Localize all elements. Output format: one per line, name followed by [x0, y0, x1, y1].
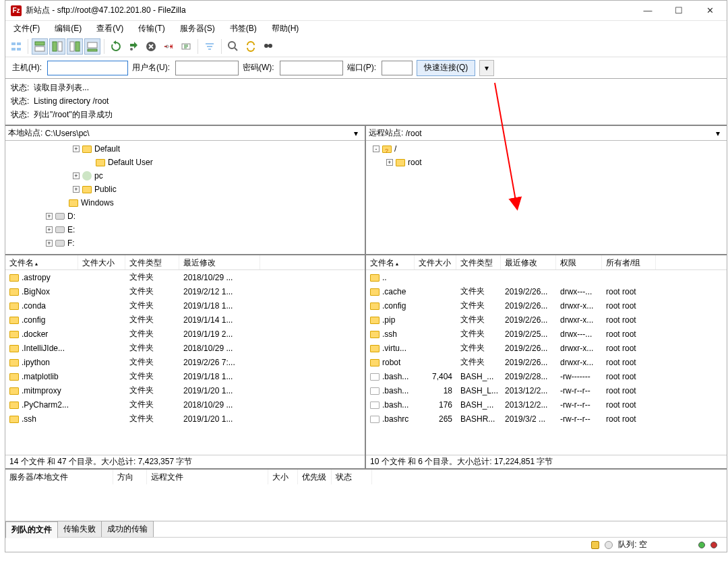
file-row[interactable]: .cache文件夹2019/2/26...drwx---...root root: [366, 284, 727, 298]
tree-item[interactable]: +D:: [8, 210, 362, 223]
col-type[interactable]: 文件类型: [125, 255, 179, 269]
tree-item[interactable]: +Public: [8, 183, 362, 196]
tree-item[interactable]: Default User: [8, 156, 362, 169]
col-modified[interactable]: 最近修改: [501, 255, 556, 269]
col-size[interactable]: 文件大小: [415, 255, 456, 269]
file-row[interactable]: .bashrc265BASHR...2019/3/2 ...-rw-r--r--…: [366, 412, 727, 426]
local-path-input[interactable]: [45, 127, 350, 140]
tree-item[interactable]: +F:: [8, 236, 362, 250]
minimize-button[interactable]: —: [632, 1, 663, 20]
tree-item[interactable]: +pc: [8, 169, 362, 183]
file-row[interactable]: .bash...7,404BASH_...2019/2/28...-rw----…: [366, 369, 727, 383]
toggle-log-icon[interactable]: [32, 38, 48, 55]
sync-browse-icon[interactable]: [243, 38, 259, 55]
svg-rect-16: [206, 43, 214, 44]
col-name[interactable]: 文件名▴: [5, 255, 78, 269]
close-button[interactable]: ✕: [694, 1, 725, 20]
main-panes: 本地站点: ▾ +DefaultDefault User+pc+PublicWi…: [5, 126, 727, 468]
quick-connect-button[interactable]: 快速连接(Q): [417, 60, 475, 76]
port-label: 端口(P):: [347, 62, 376, 73]
file-row[interactable]: .pip文件夹2019/2/26...drwxr-x...root root: [366, 313, 727, 327]
host-input[interactable]: [47, 61, 128, 75]
remote-status: 10 个文件 和 6 个目录。大小总计: 17,224,851 字节: [366, 455, 727, 468]
chevron-down-icon[interactable]: ▾: [350, 129, 362, 138]
lock-icon[interactable]: [591, 541, 599, 549]
tab-success[interactable]: 成功的传输: [101, 521, 154, 538]
col-name[interactable]: 文件名▴: [366, 255, 415, 269]
menu-server[interactable]: 服务器(S): [176, 22, 219, 35]
globe-icon[interactable]: [605, 541, 613, 549]
file-row[interactable]: .config文件夹2019/1/14 1...: [5, 313, 365, 327]
menu-view[interactable]: 查看(V): [92, 22, 127, 35]
local-tree[interactable]: +DefaultDefault User+pc+PublicWindows+D:…: [5, 141, 365, 255]
toggle-local-tree-icon[interactable]: [49, 38, 65, 55]
local-file-list[interactable]: .astropy文件夹2018/10/29 ....BigNox文件夹2019/…: [5, 270, 365, 455]
file-row[interactable]: .PyCharm2...文件夹2018/10/29 ...: [5, 397, 365, 412]
activity-led-green: [698, 542, 705, 548]
menu-edit[interactable]: 编辑(E): [51, 22, 86, 35]
activity-led-red: [710, 542, 717, 548]
col-modified[interactable]: 最近修改: [179, 255, 260, 269]
port-input[interactable]: [382, 61, 413, 75]
tree-item[interactable]: -/: [369, 142, 724, 156]
file-row[interactable]: .virtu...文件夹2019/2/26...drwxr-x...root r…: [366, 341, 727, 355]
file-row[interactable]: .conda文件夹2019/1/18 1...: [5, 298, 365, 313]
pass-label: 密码(W):: [243, 62, 274, 73]
chevron-down-icon[interactable]: ▾: [712, 129, 724, 138]
filter-icon[interactable]: [202, 38, 218, 55]
menu-bookmarks[interactable]: 书签(B): [226, 22, 261, 35]
col-owner[interactable]: 所有者/组: [602, 255, 656, 269]
tab-failed[interactable]: 传输失败: [57, 521, 102, 538]
tree-item[interactable]: +Default: [8, 142, 362, 156]
site-manager-icon[interactable]: [8, 38, 24, 55]
status-log[interactable]: 状态: 读取目录列表... 状态: Listing directory /roo…: [5, 79, 727, 126]
remote-path-input[interactable]: [406, 127, 712, 140]
tree-item[interactable]: +E:: [8, 223, 362, 236]
file-row[interactable]: robot文件夹2019/2/26...drwxr-x...root root: [366, 355, 727, 369]
reconnect-icon[interactable]: [178, 38, 194, 55]
tab-queued[interactable]: 列队的文件: [5, 521, 58, 538]
tree-item[interactable]: Windows: [8, 196, 362, 210]
file-row[interactable]: .ipython文件夹2019/2/26 7:...: [5, 355, 365, 369]
col-size[interactable]: 文件大小: [78, 255, 125, 269]
svg-rect-17: [207, 46, 212, 47]
file-row[interactable]: .astropy文件夹2018/10/29 ...: [5, 270, 365, 284]
menu-transfer[interactable]: 传输(T): [134, 22, 169, 35]
menu-help[interactable]: 帮助(H): [268, 22, 303, 35]
file-row[interactable]: .BigNox文件夹2019/2/12 1...: [5, 284, 365, 298]
toggle-queue-icon[interactable]: [84, 38, 100, 55]
remote-file-list[interactable]: ...cache文件夹2019/2/26...drwx---...root ro…: [366, 270, 727, 455]
user-label: 用户名(U):: [132, 62, 170, 73]
local-site-label: 本地站点:: [8, 127, 42, 139]
file-row[interactable]: ..: [366, 270, 727, 284]
tree-item[interactable]: +root: [369, 156, 724, 169]
quick-connect-dropdown[interactable]: ▾: [479, 60, 494, 76]
file-row[interactable]: .ssh文件夹2019/1/20 1...: [5, 412, 365, 426]
svg-rect-8: [70, 42, 74, 51]
maximize-button[interactable]: ☐: [663, 1, 694, 20]
file-row[interactable]: .bash...176BASH_...2013/12/2...-rw-r--r-…: [366, 397, 727, 412]
compare-icon[interactable]: [225, 38, 241, 55]
cancel-icon[interactable]: [143, 38, 159, 55]
queue-tabs: 列队的文件 传输失败 成功的传输: [5, 521, 727, 537]
local-list-header: 文件名▴ 文件大小 文件类型 最近修改: [5, 255, 365, 270]
file-row[interactable]: .mitmproxy文件夹2019/1/20 1...: [5, 383, 365, 397]
file-row[interactable]: .IntelliJIde...文件夹2018/10/29 ...: [5, 341, 365, 355]
remote-tree[interactable]: -/+root: [366, 141, 727, 255]
disconnect-icon[interactable]: [160, 38, 177, 55]
file-row[interactable]: .config文件夹2019/2/26...drwxr-x...root roo…: [366, 298, 727, 313]
pass-input[interactable]: [280, 61, 343, 75]
col-perms[interactable]: 权限: [556, 255, 602, 269]
process-queue-icon[interactable]: [125, 38, 142, 55]
toggle-remote-tree-icon[interactable]: [67, 38, 83, 55]
refresh-icon[interactable]: [108, 38, 124, 55]
menu-file[interactable]: 文件(F): [9, 22, 44, 35]
file-row[interactable]: .matplotlib文件夹2019/1/18 1...: [5, 369, 365, 383]
user-input[interactable]: [175, 61, 239, 75]
file-row[interactable]: .ssh文件夹2019/2/25...drwx---...root root: [366, 327, 727, 341]
file-row[interactable]: .bash...18BASH_L...2013/12/2...-rw-r--r-…: [366, 383, 727, 397]
col-type[interactable]: 文件类型: [456, 255, 501, 269]
titlebar: Fz 新站点 - sftp://root@47.102.201.80 - Fil…: [5, 1, 727, 21]
file-row[interactable]: .docker文件夹2019/1/19 2...: [5, 327, 365, 341]
search-icon[interactable]: [260, 38, 276, 55]
